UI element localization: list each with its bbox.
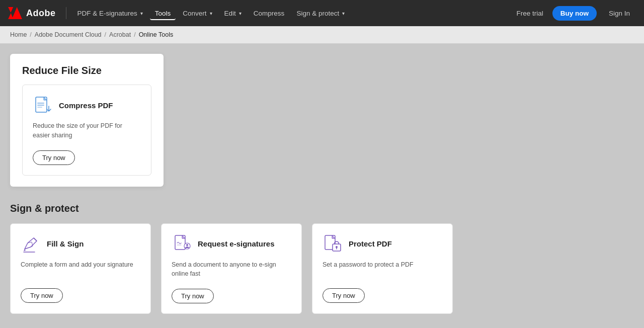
main-content: Reduce File Size xyxy=(0,44,644,328)
request-esig-desc: Send a document to anyone to e-sign onli… xyxy=(172,260,291,279)
svg-rect-5 xyxy=(37,105,44,106)
top-nav: Adobe PDF & E-signatures ▾ Tools Convert… xyxy=(0,0,644,26)
nav-compress[interactable]: Compress xyxy=(249,7,290,20)
chevron-down-icon: ▾ xyxy=(210,11,212,16)
protect-pdf-header: Protect PDF xyxy=(323,234,442,254)
breadcrumb-adc[interactable]: Adobe Document Cloud xyxy=(35,31,102,38)
nav-convert[interactable]: Convert ▾ xyxy=(178,7,217,20)
nav-divider xyxy=(66,7,66,19)
reduce-file-size-card: Reduce File Size xyxy=(10,54,164,187)
compress-pdf-header: Compress PDF xyxy=(33,95,141,115)
nav-pdf-esignatures[interactable]: PDF & E-signatures ▾ xyxy=(72,7,148,20)
nav-sign-protect[interactable]: Sign & protect ▾ xyxy=(291,7,350,20)
breadcrumb-acrobat[interactable]: Acrobat xyxy=(109,31,131,38)
compress-try-now-button[interactable]: Try now xyxy=(33,150,75,165)
adobe-logo[interactable]: Adobe xyxy=(8,7,56,19)
request-esig-icon xyxy=(172,234,192,254)
protect-pdf-icon xyxy=(323,234,343,254)
breadcrumb-home[interactable]: Home xyxy=(10,31,27,38)
fill-sign-desc: Complete a form and add your signature xyxy=(21,260,140,278)
compress-pdf-desc: Reduce the size of your PDF for easier s… xyxy=(33,121,141,140)
compress-pdf-icon xyxy=(33,95,53,115)
protect-pdf-card: Protect PDF Set a password to protect a … xyxy=(312,223,453,314)
free-trial-link[interactable]: Free trial xyxy=(511,7,548,20)
svg-rect-6 xyxy=(37,107,42,108)
request-esig-header: Request e-signatures xyxy=(172,234,291,254)
breadcrumb-sep-2: / xyxy=(105,31,106,38)
protect-pdf-try-now-button[interactable]: Try now xyxy=(323,288,365,303)
fill-sign-header: Fill & Sign xyxy=(21,234,140,254)
breadcrumb-sep-3: / xyxy=(134,31,135,38)
svg-marker-0 xyxy=(12,7,22,19)
request-esig-title: Request e-signatures xyxy=(198,239,275,248)
adobe-wordmark: Adobe xyxy=(26,8,56,19)
chevron-down-icon: ▾ xyxy=(342,11,345,16)
compress-pdf-title: Compress PDF xyxy=(59,101,113,110)
compress-pdf-card: Compress PDF Reduce the size of your PDF… xyxy=(22,85,151,176)
protect-pdf-desc: Set a password to protect a PDF xyxy=(323,260,442,278)
svg-rect-4 xyxy=(37,103,44,104)
fill-sign-try-now-button[interactable]: Try now xyxy=(21,288,63,303)
protect-pdf-title: Protect PDF xyxy=(349,239,392,248)
sign-protect-section: Sign & protect xyxy=(10,203,634,314)
chevron-down-icon: ▾ xyxy=(239,11,242,16)
request-esig-card: Request e-signatures Send a document to … xyxy=(161,223,302,314)
chevron-down-icon: ▾ xyxy=(140,11,143,16)
request-esig-try-now-button[interactable]: Try now xyxy=(172,289,214,303)
fill-sign-icon xyxy=(21,234,41,254)
reduce-section-title: Reduce File Size xyxy=(22,65,151,76)
adobe-logo-icon xyxy=(8,7,22,19)
sign-protect-cards: Fill & Sign Complete a form and add your… xyxy=(10,223,634,314)
fill-sign-title: Fill & Sign xyxy=(47,239,84,248)
svg-point-9 xyxy=(186,244,188,246)
breadcrumb-current: Online Tools xyxy=(139,31,174,38)
sign-in-link[interactable]: Sign In xyxy=(603,7,636,20)
sign-protect-title: Sign & protect xyxy=(10,203,634,214)
fill-sign-card: Fill & Sign Complete a form and add your… xyxy=(10,223,151,314)
buy-now-button[interactable]: Buy now xyxy=(552,6,597,21)
breadcrumb-sep-1: / xyxy=(30,31,31,38)
breadcrumb: Home / Adobe Document Cloud / Acrobat / … xyxy=(0,26,644,44)
svg-marker-1 xyxy=(8,7,13,13)
svg-marker-2 xyxy=(8,13,13,19)
nav-tools[interactable]: Tools xyxy=(150,7,176,20)
nav-edit[interactable]: Edit ▾ xyxy=(219,7,247,20)
